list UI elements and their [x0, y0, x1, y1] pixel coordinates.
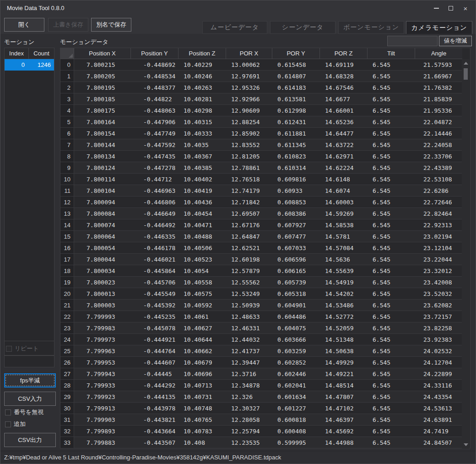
- table-row[interactable]: 277.799943-0.4444510.4069612.37160.60244…: [60, 368, 462, 380]
- tab-camera-motion[interactable]: カメラモーション: [406, 21, 472, 35]
- cell[interactable]: 10.40558: [178, 277, 226, 288]
- table-row[interactable]: 37.800185-0.4482210.4028112.929660.61358…: [60, 93, 462, 105]
- cell[interactable]: 7.800154: [74, 128, 131, 139]
- row-index[interactable]: 31: [60, 414, 74, 425]
- cell[interactable]: -0.443664: [131, 426, 178, 437]
- cell[interactable]: 12.67176: [226, 219, 272, 230]
- cell[interactable]: 0.599995: [272, 437, 320, 448]
- cell[interactable]: -0.444764: [131, 345, 178, 356]
- cell[interactable]: 24.7419: [415, 426, 462, 437]
- table-row[interactable]: 247.799973-0.44492110.4064412.440320.603…: [60, 334, 462, 345]
- cell[interactable]: 10.40471: [178, 219, 226, 230]
- cell[interactable]: 10.40748: [178, 403, 226, 414]
- cell[interactable]: 10.40765: [178, 414, 226, 425]
- cell[interactable]: -0.44822: [131, 93, 178, 104]
- cell[interactable]: 12.28058: [226, 414, 272, 425]
- cell[interactable]: -0.443978: [131, 403, 178, 414]
- cell[interactable]: 7.799973: [74, 334, 131, 345]
- cell[interactable]: -0.446492: [131, 219, 178, 230]
- cell[interactable]: -0.445235: [131, 311, 178, 322]
- cell[interactable]: 23.42008: [415, 277, 462, 288]
- table-row[interactable]: 07.800215-0.44869210.4022913.000620.6154…: [60, 59, 462, 71]
- cell[interactable]: 6.545: [368, 277, 415, 288]
- column-header-position-x[interactable]: Position X: [74, 48, 131, 59]
- cell[interactable]: -0.447435: [131, 151, 178, 162]
- cell[interactable]: 0.602041: [272, 380, 320, 391]
- table-row[interactable]: 337.799883-0.44350710.40812.235350.59999…: [60, 437, 462, 448]
- cell[interactable]: -0.444135: [131, 391, 178, 402]
- cell[interactable]: 22.6286: [415, 185, 462, 196]
- row-index[interactable]: 5: [60, 116, 74, 127]
- cell[interactable]: 12.41737: [226, 345, 272, 356]
- cell[interactable]: 12.55562: [226, 277, 272, 288]
- cell[interactable]: 0.606165: [272, 265, 320, 276]
- cell[interactable]: 7.800023: [74, 277, 131, 288]
- cell[interactable]: 6.545: [368, 311, 415, 322]
- cell[interactable]: 6.545: [368, 380, 415, 391]
- table-row[interactable]: 177.800044-0.44602110.4052312.601980.606…: [60, 254, 462, 265]
- cell[interactable]: 23.72157: [415, 311, 462, 322]
- cell[interactable]: 0.607033: [272, 242, 320, 253]
- csv-import-button[interactable]: CSV入力: [4, 392, 56, 406]
- cell[interactable]: 10.40263: [178, 82, 226, 93]
- row-index[interactable]: 30: [60, 403, 74, 414]
- table-row[interactable]: 47.800175-0.44806310.4029812.906090.6129…: [60, 105, 462, 116]
- cell[interactable]: 6.545: [368, 254, 415, 265]
- cell[interactable]: 12.74179: [226, 185, 272, 196]
- cell[interactable]: 14.67546: [320, 82, 368, 93]
- cell[interactable]: 12.25794: [226, 426, 272, 437]
- row-index[interactable]: 4: [60, 105, 74, 116]
- save-as-button[interactable]: 別名で保存: [91, 18, 131, 32]
- cell[interactable]: 14.54202: [320, 288, 368, 299]
- cell[interactable]: 0.610823: [272, 151, 320, 162]
- cell[interactable]: 7.800114: [74, 174, 131, 185]
- row-index[interactable]: 6: [60, 128, 74, 139]
- cell[interactable]: 0.601634: [272, 391, 320, 402]
- cell[interactable]: 7.800013: [74, 288, 131, 299]
- row-index[interactable]: 8: [60, 151, 74, 162]
- cell[interactable]: 0.609816: [272, 174, 320, 185]
- table-row[interactable]: 137.800084-0.44664910.4045412.695070.608…: [60, 208, 462, 219]
- cell[interactable]: 12.48633: [226, 311, 272, 322]
- cell[interactable]: 14.64477: [320, 128, 368, 139]
- cell[interactable]: 14.60003: [320, 197, 368, 207]
- cell[interactable]: 10.40644: [178, 334, 226, 345]
- cell[interactable]: 12.34878: [226, 380, 272, 391]
- cell[interactable]: 7.800034: [74, 265, 131, 276]
- table-row[interactable]: 117.800104-0.44696310.4041912.741790.609…: [60, 185, 462, 197]
- cell[interactable]: -0.443821: [131, 414, 178, 425]
- column-header-index[interactable]: Index: [5, 48, 29, 59]
- cell[interactable]: -0.448063: [131, 105, 178, 116]
- motion-index-cell[interactable]: 0: [5, 59, 29, 71]
- row-index[interactable]: 17: [60, 254, 74, 265]
- cell[interactable]: -0.44445: [131, 368, 178, 379]
- cell[interactable]: 24.53613: [415, 403, 462, 414]
- table-row[interactable]: 197.800023-0.44570610.4055812.555620.605…: [60, 277, 462, 288]
- cell[interactable]: 7.800094: [74, 197, 131, 207]
- motion-list-row-selected[interactable]: 0 1246: [5, 59, 54, 71]
- table-row[interactable]: 107.800114-0.4471210.4040212.765180.6098…: [60, 174, 462, 185]
- value-adjust-button[interactable]: 値を増減: [439, 36, 472, 46]
- cell[interactable]: 14.47807: [320, 391, 368, 402]
- cell[interactable]: 0.604486: [272, 311, 320, 322]
- cell[interactable]: -0.444292: [131, 380, 178, 391]
- cell[interactable]: 7.800215: [74, 59, 131, 70]
- cell[interactable]: 23.92383: [415, 334, 462, 345]
- cell[interactable]: 12.76518: [226, 174, 272, 185]
- cell[interactable]: 0.600408: [272, 426, 320, 437]
- cell[interactable]: 10.40229: [178, 59, 226, 70]
- cell[interactable]: 12.44032: [226, 334, 272, 345]
- cell[interactable]: -0.443507: [131, 437, 178, 448]
- table-row[interactable]: 97.800124-0.44727810.4038512.788610.6103…: [60, 162, 462, 174]
- row-index[interactable]: 0: [60, 59, 74, 70]
- cell[interactable]: -0.446021: [131, 254, 178, 265]
- table-row[interactable]: 317.799903-0.44382110.4076512.280580.600…: [60, 414, 462, 426]
- column-header-position-y[interactable]: Position Y: [131, 48, 178, 59]
- cell[interactable]: 10.40315: [178, 116, 226, 127]
- cell[interactable]: 10.40627: [178, 322, 226, 333]
- cell[interactable]: 12.60198: [226, 254, 272, 265]
- table-row[interactable]: 77.800144-0.44759210.403512.835520.61134…: [60, 139, 462, 151]
- cell[interactable]: 24.63891: [415, 414, 462, 425]
- cell[interactable]: 10.40679: [178, 357, 226, 368]
- table-row[interactable]: 207.800013-0.44554910.4057512.532490.605…: [60, 288, 462, 300]
